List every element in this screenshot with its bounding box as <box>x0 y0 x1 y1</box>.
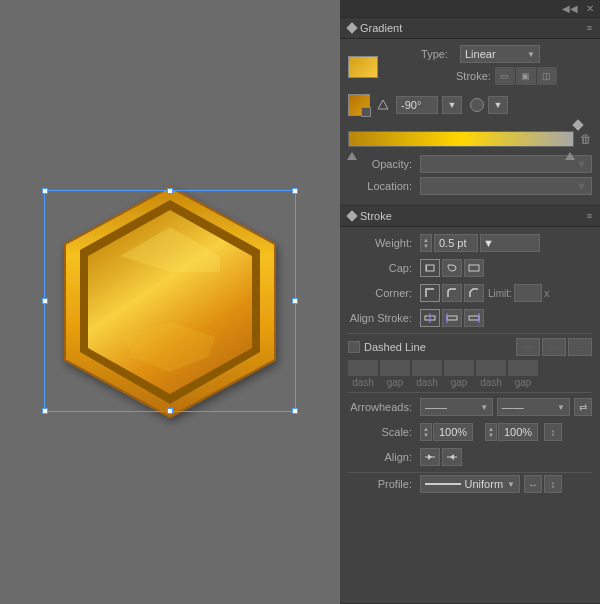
cap-round[interactable] <box>442 259 462 277</box>
location-row: Location: ▼ <box>348 177 592 195</box>
gap-input-2[interactable] <box>444 360 474 376</box>
scale-input-1[interactable]: 100% <box>433 423 473 441</box>
limit-input[interactable] <box>514 284 542 302</box>
arrowheads-row: Arrowheads: —— ▼ —— ▼ ⇄ <box>348 397 592 417</box>
dash-icon-1[interactable]: ── <box>516 338 540 356</box>
align-btn-1[interactable] <box>420 448 440 466</box>
gradient-type-icon-2[interactable]: ▣ <box>516 67 536 85</box>
profile-label: Profile: <box>348 478 420 490</box>
gradient-stop-right[interactable] <box>565 152 575 160</box>
scale-spinner-2[interactable]: ▲ ▼ <box>485 423 497 441</box>
gap-input-3[interactable] <box>508 360 538 376</box>
gap-input-1[interactable] <box>380 360 410 376</box>
weight-input[interactable]: 0.5 pt <box>434 234 478 252</box>
cap-butt[interactable] <box>420 259 440 277</box>
scale-value-1: 100% <box>439 426 467 438</box>
dash-input-1[interactable] <box>348 360 378 376</box>
spinner-down[interactable]: ▼ <box>423 243 429 249</box>
sep1 <box>348 333 592 334</box>
corner-bevel[interactable] <box>464 284 484 302</box>
location-label: Location: <box>348 180 420 192</box>
canvas-area <box>0 0 340 604</box>
dash-icon-2[interactable]: - - <box>542 338 566 356</box>
limit-label: Limit: <box>488 288 512 299</box>
svg-rect-8 <box>469 316 479 320</box>
cap-icons <box>420 259 484 277</box>
arrowhead-select-left[interactable]: —— ▼ <box>420 398 493 416</box>
diamond-icon <box>346 22 357 33</box>
dash-label-2: dash <box>416 377 438 388</box>
arrowhead-select-right[interactable]: —— ▼ <box>497 398 570 416</box>
profile-flip-h[interactable]: ↔ <box>524 475 542 493</box>
right-panel: ◀◀ ✕ Gradient ≡ Type: <box>340 0 600 604</box>
scale-input-2[interactable]: 100% <box>498 423 538 441</box>
cap-square[interactable] <box>464 259 484 277</box>
hex-container <box>40 172 300 432</box>
stroke-title: Stroke <box>360 210 392 222</box>
angle-value: -90° <box>401 99 421 111</box>
panel-top-bar: ◀◀ ✕ <box>340 0 600 18</box>
corner-miter[interactable] <box>420 284 440 302</box>
corner-round[interactable] <box>442 284 462 302</box>
gradient-mid-handle[interactable] <box>572 119 583 130</box>
gradient-color-swatch1[interactable] <box>348 56 378 78</box>
trash-icon[interactable]: 🗑 <box>580 132 592 146</box>
align-center[interactable] <box>420 309 440 327</box>
gradient-type-icons: ▭ ▣ ◫ <box>495 67 557 85</box>
type-select-arrow: ▼ <box>527 50 535 59</box>
angle-input[interactable]: -90° <box>396 96 438 114</box>
align-btn-2[interactable] <box>442 448 462 466</box>
gap-label-2: gap <box>451 377 468 388</box>
arrowheads-label: Arrowheads: <box>348 401 420 413</box>
arrowhead-left-arrow: ▼ <box>480 403 488 412</box>
align-row: Align: <box>348 447 592 467</box>
gradient-color-swatch2[interactable] <box>348 94 370 116</box>
location-select[interactable]: ▼ <box>420 177 592 195</box>
cap-row: Cap: <box>348 258 592 278</box>
gradient-type-icon-1[interactable]: ▭ <box>495 67 515 85</box>
profile-row: Profile: Uniform ▼ ↔ ↕ <box>348 475 592 493</box>
hexagon-svg <box>40 172 300 432</box>
dashed-line-checkbox[interactable] <box>348 341 360 353</box>
dash-input-2[interactable] <box>412 360 442 376</box>
corner-row: Corner: Limit: x <box>348 283 592 303</box>
reverse-select[interactable]: ▼ <box>488 96 508 114</box>
scale-value-2: 100% <box>504 426 532 438</box>
dash-icon-3[interactable]: ··· <box>568 338 592 356</box>
type-label: Type: <box>384 48 456 60</box>
weight-unit-select[interactable]: ▼ <box>480 234 540 252</box>
reverse-gradient-icon[interactable] <box>470 98 484 112</box>
weight-spinner[interactable]: ▲ ▼ <box>420 234 432 252</box>
collapse-icon[interactable]: ◀◀ <box>562 3 578 14</box>
dash-label-3: dash <box>480 377 502 388</box>
weight-value: 0.5 pt <box>439 237 467 249</box>
scale-spinner-1[interactable]: ▲ ▼ <box>420 423 432 441</box>
profile-line <box>425 483 461 485</box>
stroke-diamond-icon <box>346 210 357 221</box>
arrowhead-right-arrow: ▼ <box>557 403 565 412</box>
gradient-body: Type: Linear ▼ Stroke: ▭ ▣ ◫ <box>340 39 600 205</box>
align-outside[interactable] <box>464 309 484 327</box>
gradient-type-icon-3[interactable]: ◫ <box>537 67 557 85</box>
angle-select[interactable]: ▼ <box>442 96 462 114</box>
type-select[interactable]: Linear ▼ <box>460 45 540 63</box>
corner-icons <box>420 284 484 302</box>
dash-label-1: dash <box>352 377 374 388</box>
profile-value: Uniform <box>465 478 504 490</box>
gradient-collapse-icons[interactable]: ≡ <box>587 23 592 33</box>
profile-flip-v[interactable]: ↕ <box>544 475 562 493</box>
svg-marker-13 <box>450 454 454 460</box>
gradient-bar-container: 🗑 <box>348 121 592 147</box>
location-arrow: ▼ <box>576 180 587 192</box>
align-inside[interactable] <box>442 309 462 327</box>
dash-input-3[interactable] <box>476 360 506 376</box>
arrowhead-flip-btn[interactable]: ⇄ <box>574 398 592 416</box>
scale-flip-btn[interactable]: ↕ <box>544 423 562 441</box>
gradient-bar[interactable] <box>348 131 574 147</box>
weight-control: ▲ ▼ 0.5 pt ▼ <box>420 234 540 252</box>
profile-select[interactable]: Uniform ▼ <box>420 475 520 493</box>
menu-icon[interactable]: ✕ <box>586 3 594 14</box>
gradient-stop-left[interactable] <box>347 152 357 160</box>
scale-row: Scale: ▲ ▼ 100% ▲ <box>348 422 592 442</box>
stroke-collapse-icons[interactable]: ≡ <box>587 211 592 221</box>
